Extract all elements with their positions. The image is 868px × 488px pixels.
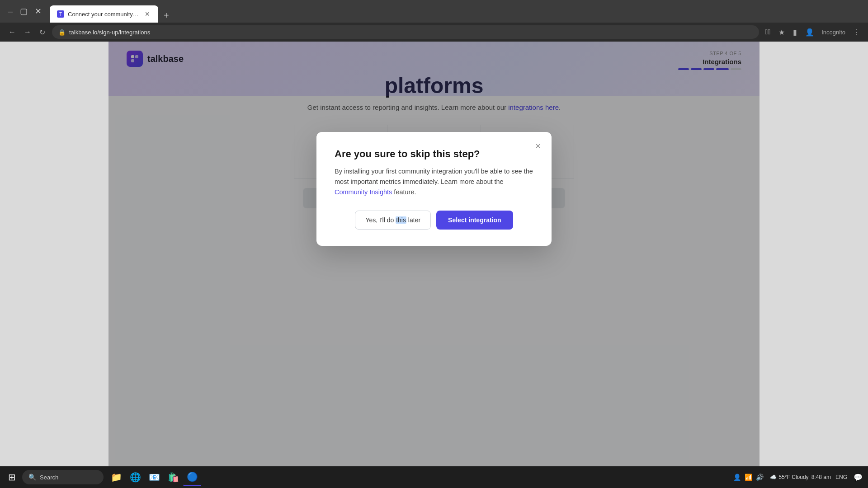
profile-icon[interactable]: 👤 xyxy=(802,26,817,38)
eye-slash-icon[interactable]: 👁̸ xyxy=(763,26,774,38)
browser-page-bg: talkbase STEP 4 OF 5 Integrations platfo… xyxy=(0,42,868,466)
taskbar-chrome-app[interactable]: 🔵 xyxy=(183,468,201,486)
modal-title: Are you sure to skip this step? xyxy=(335,148,533,160)
start-button[interactable]: ⊞ xyxy=(4,469,20,485)
address-input-wrap[interactable]: 🔒 talkbase.io/sign-up/integrations xyxy=(52,25,759,39)
skip-later-label-highlighted: this xyxy=(396,216,406,224)
minimize-button[interactable]: – xyxy=(5,5,15,18)
select-integration-button[interactable]: Select integration xyxy=(436,211,513,230)
modal-backdrop: × Are you sure to skip this step? By ins… xyxy=(108,42,760,466)
taskbar-person-icon: 👤 xyxy=(733,474,741,481)
taskbar-volume-icon: 🔊 xyxy=(756,474,764,481)
window-controls: – ▢ ✕ xyxy=(5,5,44,18)
nav-buttons: ← → ↻ xyxy=(5,26,48,39)
skip-later-button[interactable]: Yes, I'll do this later xyxy=(355,211,431,230)
taskbar-search-bar[interactable]: 🔍 Search xyxy=(22,470,104,484)
address-text: talkbase.io/sign-up/integrations xyxy=(69,29,753,36)
forward-button[interactable]: → xyxy=(21,26,34,38)
taskbar-store-app[interactable]: 🛍️ xyxy=(164,468,182,486)
active-tab[interactable]: T Connect your community plat... ✕ xyxy=(50,5,158,23)
skip-confirmation-modal: × Are you sure to skip this step? By ins… xyxy=(316,132,552,246)
tab-bar: T Connect your community plat... ✕ + xyxy=(50,0,173,23)
taskbar-cloud-icon: ☁️ xyxy=(770,474,777,480)
menu-icon[interactable]: ⋮ xyxy=(850,26,863,38)
new-tab-button[interactable]: + xyxy=(160,9,173,23)
back-button[interactable]: ← xyxy=(5,26,19,38)
maximize-button[interactable]: ▢ xyxy=(17,5,30,18)
reload-button[interactable]: ↻ xyxy=(36,26,48,39)
address-actions: 👁̸ ★ ▮ 👤 Incognito ⋮ xyxy=(763,26,863,38)
taskbar-explorer-app[interactable]: 📁 xyxy=(107,468,125,486)
browser-tab-bar: – ▢ ✕ T Connect your community plat... ✕… xyxy=(0,0,868,23)
incognito-label: Incognito xyxy=(820,29,847,36)
tab-title: Connect your community plat... xyxy=(68,11,140,18)
close-window-button[interactable]: ✕ xyxy=(32,5,44,18)
tab-favicon: T xyxy=(57,10,64,18)
split-screen-icon[interactable]: ▮ xyxy=(790,26,800,38)
taskbar-right: 👤 📶 🔊 ☁️ 55°F Cloudy 8:48 am ENG 💬 xyxy=(733,471,864,483)
taskbar-search-text: Search xyxy=(40,474,58,481)
taskbar-time: 8:48 am xyxy=(811,474,831,481)
taskbar-notification-button[interactable]: 💬 xyxy=(852,471,864,483)
address-bar: ← → ↻ 🔒 talkbase.io/sign-up/integrations… xyxy=(0,23,868,42)
bookmark-icon[interactable]: ★ xyxy=(776,26,788,38)
skip-later-label-pre: Yes, I'll do xyxy=(365,216,396,224)
lock-icon: 🔒 xyxy=(58,29,66,36)
community-insights-link[interactable]: Community Insights xyxy=(335,188,392,196)
taskbar-weather: ☁️ 55°F Cloudy xyxy=(770,474,808,480)
modal-body-text-2: feature. xyxy=(392,188,416,196)
modal-actions: Yes, I'll do this later Select integrati… xyxy=(335,211,533,230)
page-wrapper: talkbase STEP 4 OF 5 Integrations platfo… xyxy=(108,42,760,466)
taskbar-mail-app[interactable]: 📧 xyxy=(145,468,163,486)
tab-close-button[interactable]: ✕ xyxy=(144,9,151,19)
taskbar-clock: 8:48 am xyxy=(811,474,831,481)
modal-body: By installing your first community integ… xyxy=(335,166,533,198)
taskbar-lang: ENG xyxy=(835,474,847,480)
taskbar-system-icons: 👤 📶 🔊 xyxy=(733,474,764,481)
modal-body-text-1: By installing your first community integ… xyxy=(335,168,533,185)
modal-close-button[interactable]: × xyxy=(532,139,544,153)
taskbar-search-icon: 🔍 xyxy=(28,474,36,481)
taskbar-wifi-icon: 📶 xyxy=(745,474,752,481)
taskbar: ⊞ 🔍 Search 📁 🌐 📧 🛍️ 🔵 👤 📶 🔊 ☁️ 55°F Clou… xyxy=(0,466,868,488)
taskbar-weather-text: 55°F Cloudy xyxy=(778,474,808,480)
skip-later-label-post: later xyxy=(406,216,420,224)
taskbar-edge-app[interactable]: 🌐 xyxy=(126,468,144,486)
taskbar-apps: 📁 🌐 📧 🛍️ 🔵 xyxy=(107,468,201,486)
